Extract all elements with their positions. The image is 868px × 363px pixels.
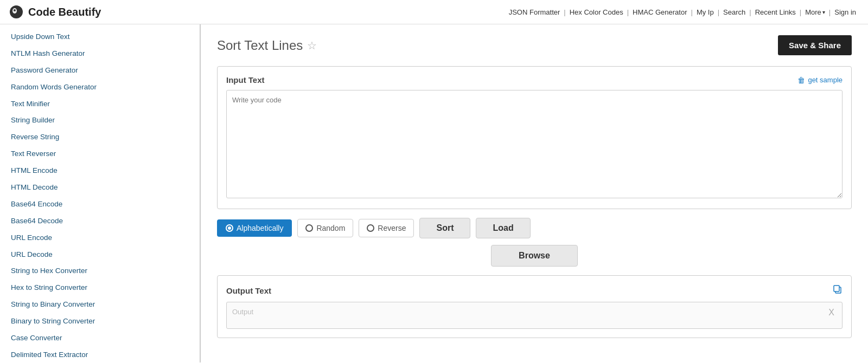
sidebar-item-reverse-string[interactable]: Reverse String [0, 129, 200, 146]
radio-reverse-icon [367, 224, 374, 232]
nav-sep-2: | [627, 8, 629, 16]
nav-sep-3: | [691, 8, 693, 16]
nav-hex-color[interactable]: Hex Color Codes [566, 8, 627, 16]
page-title-text: Sort Text Lines [217, 38, 303, 53]
sort-alphabetically-button[interactable]: Alphabetically [217, 219, 292, 237]
input-header: Input Text 🗑 get sample [226, 75, 843, 85]
browse-button[interactable]: Browse [491, 245, 578, 267]
output-close-icon[interactable]: X [826, 308, 837, 317]
sidebar-item-html-encode[interactable]: HTML Encode [0, 163, 200, 179]
sidebar-item-string-to-hex[interactable]: String to Hex Converter [0, 263, 200, 280]
nav-search[interactable]: Search [720, 8, 749, 16]
nav-sep-7: | [829, 8, 831, 16]
nav-more[interactable]: More ▾ [802, 8, 828, 16]
nav-my-ip[interactable]: My Ip [693, 8, 717, 16]
sidebar-item-string-to-binary[interactable]: String to Binary Converter [0, 296, 200, 313]
page-title: Sort Text Lines ☆ [217, 38, 317, 53]
layout: Upside Down Text NTLM Hash Generator Pas… [0, 24, 868, 362]
sort-reverse-button[interactable]: Reverse [359, 219, 414, 237]
sidebar-item-base64-encode[interactable]: Base64 Encode [0, 196, 200, 213]
nav-hmac-gen[interactable]: HMAC Generator [629, 8, 690, 16]
copy-icon[interactable] [833, 284, 843, 296]
get-sample-label: get sample [808, 76, 843, 84]
sidebar-item-url-encode[interactable]: URL Encode [0, 230, 200, 247]
input-label: Input Text [226, 75, 265, 85]
radio-random-icon [305, 224, 313, 232]
top-nav: JSON Formatter | Hex Color Codes | HMAC … [506, 8, 859, 16]
sidebar-item-text-minifier[interactable]: Text Minifier [0, 96, 200, 113]
nav-sep-4: | [718, 8, 719, 16]
output-area: Output X [226, 302, 843, 329]
sidebar-item-binary-to-string[interactable]: Binary to String Converter [0, 313, 200, 330]
nav-sep-5: | [749, 8, 751, 16]
logo-icon [9, 4, 24, 20]
star-icon[interactable]: ☆ [307, 39, 317, 52]
sidebar-item-url-decode[interactable]: URL Decode [0, 247, 200, 263]
sort-options-row: Alphabetically Random Reverse Sort Load [217, 218, 852, 238]
browse-row: Browse [217, 245, 852, 267]
nav-sign-in[interactable]: Sign in [831, 8, 859, 16]
sidebar-item-delimited-text[interactable]: Delimited Text Extractor [0, 347, 200, 362]
sidebar-item-html-decode[interactable]: HTML Decode [0, 179, 200, 196]
page-title-row: Sort Text Lines ☆ Save & Share [217, 35, 852, 55]
sidebar: Upside Down Text NTLM Hash Generator Pas… [0, 24, 201, 362]
sidebar-item-case-converter[interactable]: Case Converter [0, 330, 200, 347]
sort-random-label: Random [316, 224, 345, 232]
main-content: Sort Text Lines ☆ Save & Share Input Tex… [201, 24, 868, 362]
svg-rect-4 [834, 286, 839, 291]
radio-alpha-icon [226, 224, 233, 232]
logo-text: Code Beautify [28, 6, 101, 18]
sidebar-item-upside-down-text[interactable]: Upside Down Text [0, 29, 200, 46]
save-share-button[interactable]: Save & Share [778, 35, 852, 55]
nav-more-label: More [805, 8, 821, 16]
logo: Code Beautify [9, 4, 101, 20]
sidebar-item-random-words[interactable]: Random Words Generator [0, 79, 200, 96]
sort-reverse-label: Reverse [378, 224, 406, 232]
header: Code Beautify JSON Formatter | Hex Color… [0, 0, 868, 24]
trash-icon: 🗑 [797, 76, 805, 85]
output-placeholder: Output [232, 308, 253, 316]
input-section: Input Text 🗑 get sample [217, 66, 852, 209]
load-button[interactable]: Load [476, 218, 530, 238]
sort-random-button[interactable]: Random [297, 219, 353, 237]
output-section: Output Text Output X [217, 275, 852, 338]
sort-button[interactable]: Sort [419, 218, 470, 238]
sort-alpha-label: Alphabetically [237, 224, 283, 232]
input-textarea[interactable] [226, 90, 843, 198]
chevron-down-icon: ▾ [822, 9, 825, 15]
sidebar-item-password-gen[interactable]: Password Generator [0, 62, 200, 79]
nav-sep-1: | [564, 8, 565, 16]
output-label: Output Text [226, 286, 271, 295]
sidebar-item-text-reverser[interactable]: Text Reverser [0, 146, 200, 163]
output-header: Output Text [226, 284, 843, 296]
sidebar-item-base64-decode[interactable]: Base64 Decode [0, 213, 200, 230]
nav-recent-links[interactable]: Recent Links [752, 8, 799, 16]
nav-sep-6: | [800, 8, 801, 16]
svg-point-2 [14, 9, 16, 11]
sidebar-item-string-builder[interactable]: String Builder [0, 112, 200, 129]
sidebar-item-ntlm-hash[interactable]: NTLM Hash Generator [0, 46, 200, 62]
get-sample-button[interactable]: 🗑 get sample [797, 76, 843, 85]
nav-json-formatter[interactable]: JSON Formatter [506, 8, 564, 16]
sidebar-item-hex-to-string[interactable]: Hex to String Converter [0, 280, 200, 296]
